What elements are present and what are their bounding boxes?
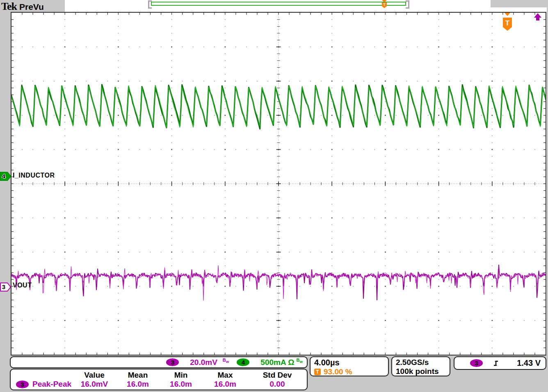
- channel-3-bandwidth-limit-icon: BW: [223, 358, 229, 364]
- oscilloscope-screen: TekPreVu T T 4 I_INDUCTOR 3 VOUT 3: [0, 0, 548, 392]
- acquisition-mode-label: PreVu: [19, 2, 44, 11]
- channel-4-bandwidth-limit-icon: BW: [296, 358, 303, 364]
- measurement-header-max: Max: [203, 371, 248, 380]
- measurement-row: 3 Peak-Peak 16.0mV 16.0m 16.0m 16.0m 0.0…: [11, 380, 307, 389]
- measurement-stddev: 0.00: [248, 380, 307, 389]
- top-right-backdrop: [491, 0, 548, 7]
- trigger-t-icon: T: [314, 369, 321, 375]
- measurement-source-badge: 3: [16, 381, 29, 388]
- acquisition-readout-box[interactable]: 2.50GS/s 100k points: [391, 356, 450, 376]
- channel-4-waveform-label: I_INDUCTOR: [13, 172, 55, 179]
- measurement-name: Peak-Peak: [32, 380, 71, 389]
- trigger-position-readout: 93.00 %: [324, 367, 352, 376]
- measurement-min: 16.0m: [159, 380, 203, 389]
- channel-3-reference-marker[interactable]: 3: [0, 283, 11, 292]
- record-view-right-bracket: [406, 0, 409, 9]
- brand-and-mode: TekPreVu: [1, 0, 44, 13]
- channel-4-badge: 4: [237, 358, 249, 366]
- measurement-table-box[interactable]: Value Mean Min Max Std Dev 3 Peak-Peak 1…: [10, 369, 308, 390]
- left-bezel-strip: [0, 0, 11, 392]
- record-length-readout: 100k points: [396, 367, 450, 376]
- channel-3-scale: 20.0mV: [190, 358, 217, 367]
- measurement-max: 16.0m: [203, 380, 248, 389]
- tek-logo: Tek: [1, 0, 17, 12]
- waveform-display: [11, 13, 546, 355]
- trigger-slope-rising-icon: [493, 359, 501, 367]
- channel-3-waveform-label: VOUT: [13, 282, 32, 289]
- trigger-level-readout: 1.43 V: [517, 358, 546, 368]
- trigger-position-flag[interactable]: T: [498, 11, 517, 33]
- timebase-readout: 4.00µs: [314, 358, 388, 367]
- record-trigger-position-flag[interactable]: T: [381, 0, 388, 9]
- channel-4-scale: 500mA Ω: [260, 358, 294, 367]
- record-trigger-t-label: T: [383, 2, 386, 7]
- trigger-flag-t-label: T: [505, 19, 510, 27]
- graticule: T: [11, 12, 546, 356]
- trigger-source-badge: 3: [470, 359, 483, 367]
- channel-3-marker-number: 3: [2, 283, 5, 290]
- trigger-position-arrow-icon: [505, 13, 510, 16]
- measurement-value: 16.0mV: [72, 380, 116, 389]
- measurement-mean: 16.0m: [116, 380, 159, 389]
- measurement-header-value: Value: [72, 371, 116, 380]
- trigger-readout-box[interactable]: 3 1.43 V: [454, 356, 546, 370]
- trigger-level-offscreen-arrow[interactable]: [530, 13, 546, 21]
- measurement-header-stddev: Std Dev: [248, 371, 307, 380]
- sample-rate-readout: 2.50GS/s: [396, 358, 450, 367]
- horizontal-readout-box[interactable]: 4.00µs T 93.00 %: [310, 356, 389, 376]
- measurement-header-mean: Mean: [116, 371, 159, 380]
- channel-4-reference-marker[interactable]: 4: [0, 172, 11, 181]
- channel-scale-readout-box[interactable]: 3 20.0mV BW 4 500mA Ω BW: [10, 356, 308, 368]
- trigger-level-up-arrow-icon: [534, 13, 541, 21]
- measurement-header-row: Value Mean Min Max Std Dev: [11, 371, 307, 380]
- measurement-header-min: Min: [159, 371, 203, 380]
- channel-3-badge: 3: [166, 358, 179, 366]
- channel-4-marker-number: 4: [2, 173, 6, 180]
- record-view-bar[interactable]: [151, 2, 406, 6]
